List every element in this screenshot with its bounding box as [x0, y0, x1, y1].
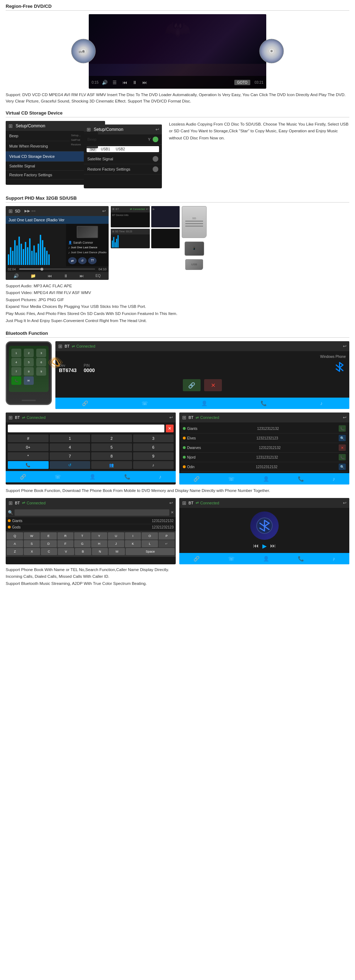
dialpad-7[interactable]: 7 [50, 452, 91, 460]
pb-action-odin[interactable]: 🔍 [339, 464, 346, 470]
bt-disconnect-btn[interactable]: ✕ [204, 379, 222, 391]
phone-app-5[interactable]: 5 [24, 358, 34, 366]
dialpad-5[interactable]: 5 [91, 443, 132, 451]
usb1-opt[interactable]: USB1 [99, 147, 112, 151]
kb-m[interactable]: M [109, 548, 125, 555]
dialpad-2[interactable]: 2 [91, 434, 132, 442]
sd-eq-ctrl[interactable]: EQ [96, 274, 101, 278]
kb-z[interactable]: Z [7, 548, 23, 555]
kb-t[interactable]: T [74, 532, 91, 539]
bt-tab-phone-4[interactable]: ☏ [228, 556, 235, 562]
bt-music-back[interactable]: ↩ [343, 501, 347, 506]
dvd-list-ctrl[interactable]: ☰ [111, 80, 118, 85]
sd-vol-ctrl[interactable]: 🔊 [13, 274, 19, 278]
kb-p[interactable]: P [159, 532, 175, 539]
pb-action-giants[interactable]: 📞 [339, 425, 346, 432]
sd-repeat-btn[interactable]: ↺ [78, 257, 86, 264]
dvd-vol-ctrl[interactable]: 🔊 [101, 80, 108, 85]
dialpad-3[interactable]: 3 [133, 434, 174, 442]
kb-d[interactable]: D [40, 540, 57, 547]
dvd-pause-ctrl[interactable]: ⏸ [131, 80, 138, 85]
bt-tab-phone-3[interactable]: ☏ [228, 476, 235, 482]
bt-tab-phone[interactable]: ☏ [142, 401, 148, 406]
phone-app-1[interactable]: 1 [11, 348, 21, 357]
bt-tab-music-4[interactable]: ♪ [333, 556, 335, 562]
satellite-toggle[interactable] [153, 156, 158, 162]
dvd-prev-ctrl[interactable]: ⏮ [121, 80, 128, 85]
kb-b[interactable]: B [75, 548, 91, 555]
pb-action-njord[interactable]: 📞 [339, 454, 346, 460]
pb-action-elves[interactable]: 🔍 [339, 435, 346, 441]
sd-random-btn[interactable]: ⁇ [88, 257, 97, 264]
kb-y[interactable]: Y [91, 532, 107, 539]
sd-progress-track[interactable] [19, 269, 95, 270]
bt-music-play[interactable]: ▶ [262, 542, 267, 549]
phone-app-3[interactable]: 3 [36, 348, 46, 357]
kb-g[interactable]: G [74, 540, 91, 547]
setup-row-restore-2[interactable]: Restore Factory Settings [84, 164, 162, 175]
dialpad-refresh[interactable]: ↺ [50, 461, 91, 469]
sd-playpause-ctrl[interactable]: ⏸ [64, 274, 68, 278]
phone-app-6[interactable]: 6 [36, 358, 46, 366]
kb-space[interactable]: Space [126, 548, 175, 555]
dialpad-4[interactable]: 4 [50, 443, 91, 451]
dialpad-clear-btn[interactable]: ✕ [166, 425, 174, 432]
kb-n[interactable]: N [92, 548, 108, 555]
sd-prev-ctrl[interactable]: ⏮ [48, 274, 52, 278]
kb-v[interactable]: V [58, 548, 74, 555]
bt-connect-btn[interactable]: 🔗 [183, 379, 201, 391]
kb-enter[interactable]: ↵ [159, 540, 175, 547]
dialpad-8[interactable]: 8 [91, 452, 132, 460]
bt-tab-link-3[interactable]: 🔗 [193, 476, 200, 482]
bt-music-prev[interactable]: ⏮ [253, 542, 259, 549]
bt-tab-music-2[interactable]: ♪ [159, 474, 162, 479]
bt-tab-music-3[interactable]: ♪ [333, 476, 335, 482]
dvd-goto-btn[interactable]: GOTO [234, 80, 250, 85]
phone-app-msg[interactable]: ✉ [24, 376, 34, 385]
dialpad-hash[interactable]: # [8, 434, 49, 442]
bt-music-next[interactable]: ⏭ [270, 542, 276, 549]
dialpad-input-field[interactable] [8, 425, 165, 432]
kb-r[interactable]: R [58, 532, 74, 539]
kb-c[interactable]: C [41, 548, 57, 555]
dialpad-0[interactable]: 0+ [8, 443, 49, 451]
sd-back-btn[interactable]: ↩ [102, 208, 106, 213]
sd-folder-ctrl[interactable]: 📁 [30, 274, 36, 278]
bt-tab-call-2[interactable]: 📞 [124, 474, 130, 479]
pb-action-dwarves[interactable]: ✕ [339, 444, 346, 451]
sd-shuffle-btn[interactable]: ⇄ [68, 257, 77, 264]
bt-tab-link-2[interactable]: 🔗 [20, 474, 26, 479]
bt-back-btn[interactable]: ↩ [343, 344, 347, 348]
beep-toggle-2[interactable] [153, 137, 158, 142]
kb-w[interactable]: W [24, 532, 40, 539]
phone-app-8[interactable]: 8 [24, 367, 34, 375]
bt-tab-music[interactable]: ♪ [320, 401, 323, 406]
bt-tab-link[interactable]: 🔗 [82, 401, 88, 406]
kb-a[interactable]: A [7, 540, 23, 547]
restore-toggle[interactable] [153, 166, 158, 172]
phone-app-4[interactable]: 4 [11, 358, 21, 366]
kb-j[interactable]: J [108, 540, 124, 547]
kb-u[interactable]: U [108, 532, 124, 539]
usb2-opt[interactable]: USB2 [114, 147, 126, 151]
phone-app-call[interactable]: 📞 [11, 376, 21, 385]
dialpad-music[interactable]: ♪ [133, 461, 174, 469]
phone-app-7[interactable]: 7 [11, 367, 21, 375]
bt-tab-call-4[interactable]: 📞 [298, 556, 304, 562]
dialpad-1[interactable]: 1 [50, 434, 91, 442]
kb-l[interactable]: L [142, 540, 158, 547]
phone-app-2[interactable]: 2 [24, 348, 34, 357]
kb-f[interactable]: F [58, 540, 74, 547]
bt-tab-dialpad[interactable]: ☏ [55, 474, 61, 479]
bt-tab-book[interactable]: 👤 [201, 401, 207, 406]
kb-x[interactable]: X [24, 548, 40, 555]
kb-s[interactable]: S [24, 540, 40, 547]
kb-i[interactable]: I [125, 532, 141, 539]
kb-k[interactable]: K [125, 540, 141, 547]
bt-tab-book-2[interactable]: 👤 [90, 474, 96, 479]
setup-back-2[interactable]: ↩ [155, 127, 159, 132]
bt-tab-link-4[interactable]: 🔗 [193, 556, 200, 562]
bt-search-back[interactable]: ↩ [170, 501, 173, 506]
phone-app-9[interactable]: 9 [36, 367, 46, 375]
dialpad-star[interactable]: * [8, 452, 49, 460]
